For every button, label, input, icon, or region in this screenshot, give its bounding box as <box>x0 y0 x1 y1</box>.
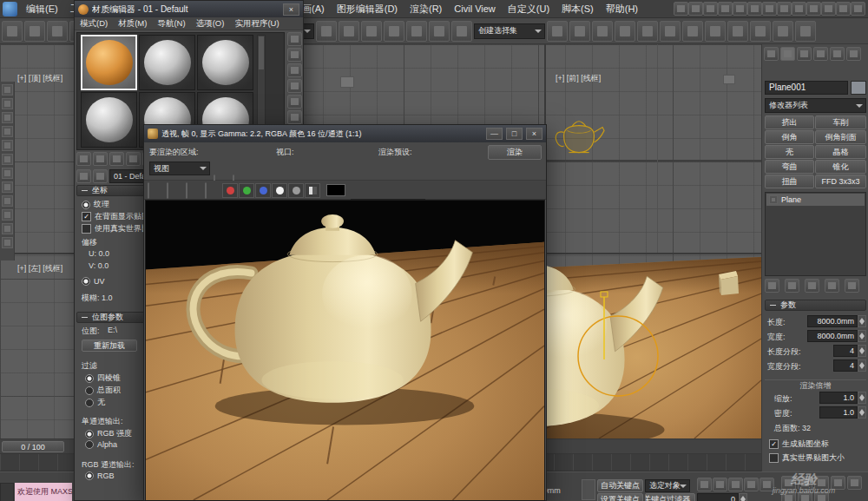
align-icon[interactable] <box>569 21 590 42</box>
weld-tool-icon[interactable] <box>2 181 13 193</box>
sample-slot-2[interactable] <box>139 35 195 90</box>
green-channel-icon[interactable] <box>239 183 254 198</box>
modifier-button-shell[interactable]: 壳 <box>765 145 814 159</box>
generate-preview-icon[interactable] <box>287 110 302 124</box>
go-to-start-icon[interactable] <box>697 478 712 491</box>
previous-frame-icon[interactable] <box>713 478 727 491</box>
monochrome-icon[interactable] <box>288 183 304 198</box>
remove-modifier-icon[interactable] <box>825 279 839 293</box>
search-icon[interactable] <box>851 2 865 16</box>
modifier-button-taper[interactable]: 锥化 <box>815 160 866 174</box>
layer-explorer-icon[interactable] <box>703 2 718 16</box>
assign-to-selection-icon[interactable] <box>109 152 124 166</box>
density-spinner[interactable]: 1.0 <box>819 406 866 419</box>
layer-manager-icon[interactable] <box>592 21 613 42</box>
mono-alpha-radio[interactable]: Alpha <box>85 440 117 449</box>
background-color-swatch[interactable] <box>326 184 345 196</box>
field-of-view-icon[interactable] <box>781 491 796 501</box>
sample-tiling-icon[interactable] <box>287 79 302 93</box>
close-button[interactable]: × <box>526 128 542 140</box>
perspective-viewport-scene[interactable] <box>547 250 761 438</box>
modifier-button-extrude[interactable]: 挤出 <box>765 115 814 129</box>
utilities-tab-icon[interactable] <box>846 47 861 61</box>
menu-customize[interactable]: 自定义(U) <box>502 1 556 17</box>
configure-modifier-sets-icon[interactable] <box>845 279 859 293</box>
maximize-viewport-toggle-icon[interactable] <box>814 491 829 501</box>
area-to-render-dropdown[interactable]: 视图 <box>149 162 210 175</box>
menu-rendering[interactable]: 渲染(R) <box>404 1 448 17</box>
reload-button[interactable]: 重新加载 <box>82 339 137 352</box>
schematic-view-icon[interactable] <box>660 21 681 42</box>
display-tab-icon[interactable] <box>830 47 845 61</box>
viewport-label-top[interactable]: [+] [顶] [线框] <box>17 73 62 84</box>
zoom-extents-icon[interactable] <box>831 476 845 490</box>
mat-menu-material[interactable]: 材质(M) <box>113 18 152 30</box>
make-unique-icon[interactable] <box>805 279 819 293</box>
filter-summed-area-radio[interactable]: 总面积 <box>85 385 121 396</box>
selection-set-dropdown[interactable]: 选定对象 <box>645 479 690 492</box>
render-button[interactable]: 渲染 <box>488 145 542 160</box>
rendered-frame-window-icon[interactable] <box>727 21 748 42</box>
viewport-label-left[interactable]: [+] [左] [线框] <box>17 263 62 274</box>
front-view-teapot-wireframe[interactable] <box>552 120 606 162</box>
offset-v-value[interactable]: V: 0.0 <box>89 261 108 270</box>
alpha-channel-icon[interactable] <box>272 183 287 198</box>
put-to-library-icon[interactable] <box>93 152 108 166</box>
pan-view-icon[interactable] <box>781 476 796 490</box>
scale-spinner[interactable]: 1.0 <box>819 392 866 404</box>
cut-tool-icon[interactable] <box>2 209 13 221</box>
workspaces-dropdown-icon[interactable] <box>674 2 688 16</box>
material-type-icon[interactable] <box>93 169 108 183</box>
display-filter-icon[interactable] <box>747 2 762 16</box>
minimize-button[interactable]: — <box>486 128 503 140</box>
modifier-stack-item-plane[interactable]: Plane <box>766 194 865 206</box>
show-end-result-icon[interactable] <box>785 279 799 293</box>
play-icon[interactable] <box>728 478 743 491</box>
key-filters-button[interactable]: 关键点过滤器... <box>645 493 695 501</box>
zoom-region-icon[interactable] <box>847 476 862 490</box>
select-and-manipulate-icon[interactable] <box>339 21 359 42</box>
edit-named-selections-icon[interactable] <box>451 21 472 42</box>
named-selection-sets-dropdown[interactable]: 创建选择集 <box>474 23 545 39</box>
spinner-snap-icon[interactable] <box>429 21 450 42</box>
menu-civil-view[interactable]: Civil View <box>448 2 501 16</box>
modify-tab-icon[interactable] <box>780 47 795 61</box>
paint-connect-icon[interactable] <box>2 237 13 248</box>
zoom-icon[interactable] <box>798 476 812 490</box>
menu-edit[interactable]: 编辑(E) <box>20 1 64 17</box>
graphite-ribbon-icon[interactable] <box>615 21 635 42</box>
swift-loop-icon[interactable] <box>2 98 13 109</box>
pick-material-icon[interactable] <box>76 169 91 183</box>
snap-settings-icon[interactable] <box>777 2 792 16</box>
create-tab-icon[interactable] <box>764 47 779 61</box>
top-view-plane-object[interactable] <box>340 76 354 88</box>
reset-map-icon[interactable] <box>126 152 141 166</box>
isolate-selection-icon[interactable] <box>733 2 747 16</box>
grid-settings-icon[interactable] <box>806 2 821 16</box>
quickslice-icon[interactable] <box>2 223 13 234</box>
real-world-map-size-checkbox[interactable]: 真实世界贴图大小 <box>769 452 845 464</box>
rgb-output-rgb-radio[interactable]: RGB <box>85 471 115 480</box>
front-view-box-object[interactable] <box>723 75 735 84</box>
render-preview-icon[interactable] <box>795 21 816 42</box>
next-frame-icon[interactable] <box>744 478 759 491</box>
get-material-icon[interactable] <box>76 152 91 166</box>
video-color-check-icon[interactable] <box>287 95 302 109</box>
modifier-button-twist[interactable]: 扭曲 <box>765 175 814 188</box>
modifier-button-lathe[interactable]: 车削 <box>815 115 866 129</box>
background-icon[interactable] <box>287 63 302 77</box>
color-channel-icon[interactable] <box>305 183 320 198</box>
bridge-tool-icon[interactable] <box>2 140 13 151</box>
snap-toggle-icon[interactable] <box>361 21 382 42</box>
generate-mapping-coords-checkbox[interactable]: 生成贴图坐标 <box>769 438 829 450</box>
blue-channel-icon[interactable] <box>255 183 271 198</box>
sample-slot-4[interactable] <box>81 92 137 148</box>
target-weld-icon[interactable] <box>2 195 13 207</box>
curve-editor-icon[interactable] <box>637 21 658 42</box>
zoom-all-icon[interactable] <box>814 476 829 490</box>
parameters-rollout-header[interactable]: 参数 <box>765 300 866 311</box>
viewport-layout-icon[interactable] <box>718 2 733 16</box>
go-to-end-icon[interactable] <box>760 478 774 491</box>
scene-explorer-icon[interactable] <box>688 2 703 16</box>
selection-lock-icon[interactable] <box>762 2 777 16</box>
